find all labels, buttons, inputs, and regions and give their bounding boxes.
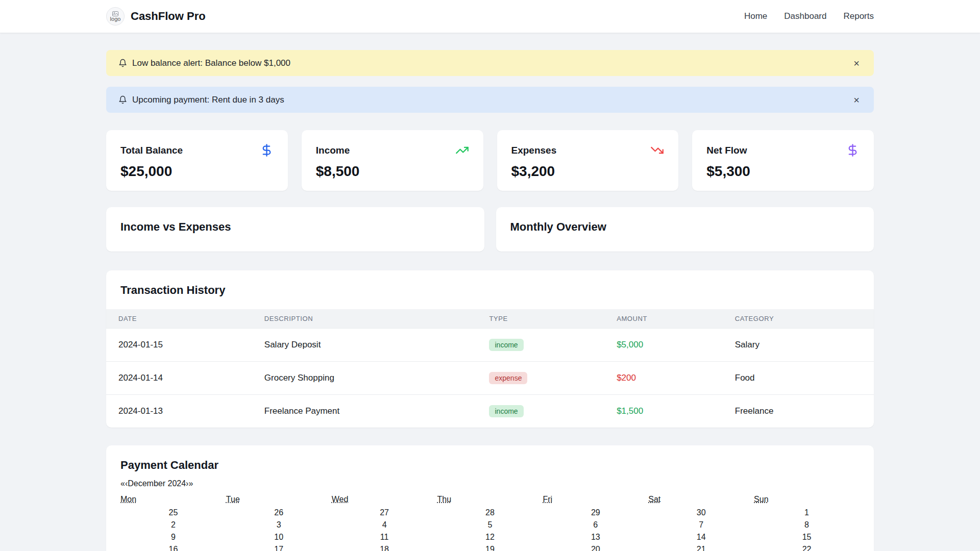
calendar-day[interactable]: 20 (543, 543, 648, 551)
transaction-amount: $5,000 (617, 329, 735, 362)
column-header-type: Type (489, 309, 617, 329)
transaction-history-card: Transaction History Date Description Typ… (106, 270, 874, 428)
calendar-day[interactable]: 11 (332, 531, 437, 543)
calendar-week: 16171819202122 (120, 543, 860, 551)
transaction-description: Grocery Shopping (264, 362, 489, 395)
calendar-weekday: Tue (226, 492, 332, 507)
calendar-day[interactable]: 9 (120, 531, 226, 543)
calendar-prev-year-button[interactable]: « (120, 479, 125, 488)
transaction-row: 2024-01-15Salary Depositincome$5,000Sala… (106, 329, 874, 362)
calendar-day[interactable]: 12 (437, 531, 543, 543)
close-icon[interactable]: × (851, 57, 862, 69)
calendar-day[interactable]: 6 (543, 519, 648, 531)
bell-icon (118, 59, 127, 67)
alert-text: Upcoming payment: Rent due in 3 days (132, 95, 851, 105)
transaction-description: Freelance Payment (264, 395, 489, 428)
payment-calendar-card: Payment Calendar « ‹ December 2024 › » M… (106, 445, 874, 551)
transaction-date: 2024-01-13 (106, 395, 264, 428)
stat-cards: Total Balance $25,000 Income $8,500 Expe… (106, 130, 874, 191)
calendar-next-year-button[interactable]: » (188, 479, 193, 488)
calendar-weekday: Sun (754, 492, 860, 507)
calendar-week: 9101112131415 (120, 531, 860, 543)
calendar-month-label: December 2024 (128, 479, 186, 488)
nav-item-reports[interactable]: Reports (843, 11, 874, 21)
stat-value: $3,200 (511, 163, 665, 180)
calendar-day[interactable]: 15 (754, 531, 860, 543)
calendar-body: 2526272829301234567891011121314151617181… (120, 507, 860, 551)
chart-title: Income vs Expenses (120, 220, 470, 234)
stat-card-expenses: Expenses $3,200 (497, 130, 679, 191)
calendar-day[interactable]: 1 (754, 507, 860, 519)
section-title: Transaction History (106, 270, 874, 309)
calendar-day[interactable]: 18 (332, 543, 437, 551)
brand: logo CashFlow Pro (106, 7, 206, 26)
calendar-day[interactable]: 26 (226, 507, 332, 519)
calendar-day[interactable]: 4 (332, 519, 437, 531)
stat-value: $5,300 (706, 163, 860, 180)
nav-item-dashboard[interactable]: Dashboard (784, 11, 826, 21)
calendar-weekday: Thu (437, 492, 543, 507)
transaction-row: 2024-01-13Freelance Paymentincome$1,500F… (106, 395, 874, 428)
calendar-day[interactable]: 25 (120, 507, 226, 519)
calendar-day[interactable]: 17 (226, 543, 332, 551)
bell-icon (118, 95, 127, 104)
app-header: logo CashFlow Pro HomeDashboardReports (0, 0, 980, 33)
calendar-day[interactable]: 2 (120, 519, 226, 531)
type-badge: income (489, 339, 523, 351)
transaction-type: expense (489, 362, 617, 395)
chart-cards: Income vs Expenses Monthly Overview (106, 207, 874, 252)
calendar-week: 2526272829301 (120, 507, 860, 519)
calendar-day[interactable]: 27 (332, 507, 437, 519)
transaction-category: Food (735, 362, 874, 395)
stat-value: $8,500 (316, 163, 469, 180)
nav-item-home[interactable]: Home (744, 11, 767, 21)
transaction-description: Salary Deposit (264, 329, 489, 362)
calendar-weekday: Fri (543, 492, 648, 507)
app-logo: logo (106, 7, 125, 26)
calendar-day[interactable]: 30 (648, 507, 754, 519)
transaction-type: income (489, 329, 617, 362)
transaction-category: Freelance (735, 395, 874, 428)
top-nav: HomeDashboardReports (744, 11, 874, 21)
alert-upcoming-payment: Upcoming payment: Rent due in 3 days × (106, 87, 874, 113)
column-header-description: Description (264, 309, 489, 329)
trending-up-icon (455, 143, 469, 157)
logo-alt-text: logo (110, 16, 121, 22)
calendar-day[interactable]: 10 (226, 531, 332, 543)
alert-low-balance: Low balance alert: Balance below $1,000 … (106, 50, 874, 76)
calendar-day[interactable]: 7 (648, 519, 754, 531)
stat-label: Net Flow (706, 145, 747, 156)
table-header-row: Date Description Type Amount Category (106, 309, 874, 329)
dollar-icon (846, 143, 860, 157)
transaction-table: Date Description Type Amount Category 20… (106, 309, 874, 428)
type-badge: expense (489, 372, 527, 384)
calendar-day[interactable]: 19 (437, 543, 543, 551)
income-vs-expenses-card: Income vs Expenses (106, 207, 484, 252)
main-content: Low balance alert: Balance below $1,000 … (106, 33, 874, 551)
section-title: Payment Calendar (120, 459, 860, 472)
calendar-day[interactable]: 16 (120, 543, 226, 551)
stat-value: $25,000 (120, 163, 274, 180)
transaction-category: Salary (735, 329, 874, 362)
calendar-day[interactable]: 13 (543, 531, 648, 543)
app-title: CashFlow Pro (131, 10, 206, 23)
column-header-amount: Amount (617, 309, 735, 329)
calendar-day[interactable]: 5 (437, 519, 543, 531)
dollar-icon (260, 143, 274, 157)
chart-area (120, 234, 470, 239)
close-icon[interactable]: × (851, 94, 862, 106)
type-badge: income (489, 405, 523, 417)
column-header-category: Category (735, 309, 874, 329)
calendar-day[interactable]: 3 (226, 519, 332, 531)
calendar-day[interactable]: 8 (754, 519, 860, 531)
calendar-day[interactable]: 28 (437, 507, 543, 519)
calendar-day[interactable]: 21 (648, 543, 754, 551)
calendar-day[interactable]: 29 (543, 507, 648, 519)
calendar-week: 2345678 (120, 519, 860, 531)
stat-card-net-flow: Net Flow $5,300 (692, 130, 874, 191)
trending-down-icon (650, 143, 664, 157)
transaction-row: 2024-01-14Grocery Shoppingexpense$200Foo… (106, 362, 874, 395)
calendar-day[interactable]: 22 (754, 543, 860, 551)
transaction-date: 2024-01-14 (106, 362, 264, 395)
calendar-day[interactable]: 14 (648, 531, 754, 543)
